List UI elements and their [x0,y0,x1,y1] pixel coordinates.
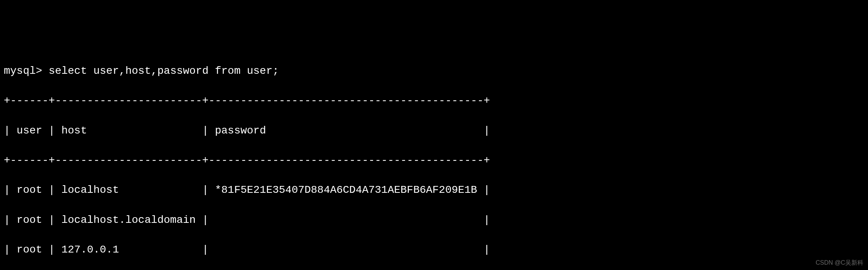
table-header: | user | host | password | [4,123,868,138]
table-row: | root | 127.0.0.1 | | [4,242,868,257]
table-border-top: +------+-----------------------+--------… [4,93,868,108]
table-row: | root | localhost.localdomain | | [4,213,868,227]
query-line: mysql> select user,host,password from us… [4,64,868,78]
table-row: | root | localhost | *81F5E21E35407D884A… [4,183,868,197]
table-border-mid: +------+-----------------------+--------… [4,153,868,168]
mysql-prompt: mysql> [4,65,49,77]
sql-query: select user,host,password from user; [49,65,279,77]
watermark-text: CSDN @C吴新科 [815,259,863,267]
